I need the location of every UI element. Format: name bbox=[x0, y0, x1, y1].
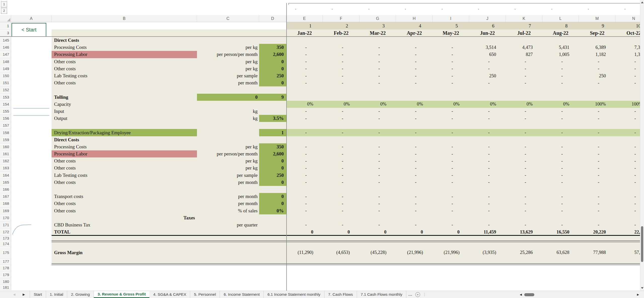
cell-L159[interactable] bbox=[542, 136, 579, 143]
cell-F150[interactable]: - bbox=[323, 72, 359, 79]
cell-E167[interactable]: - bbox=[286, 193, 323, 200]
cell-L169[interactable]: - bbox=[542, 207, 579, 214]
cell-F148[interactable]: - bbox=[323, 58, 359, 65]
cell-A147[interactable] bbox=[11, 51, 52, 58]
cell-H164[interactable]: - bbox=[396, 172, 432, 179]
cell-E154[interactable]: 0% bbox=[286, 101, 323, 108]
cell-A163[interactable] bbox=[11, 164, 52, 172]
cell-E151[interactable]: - bbox=[286, 79, 323, 86]
cell-N165[interactable]: - bbox=[616, 179, 644, 186]
cell-C175[interactable] bbox=[197, 247, 259, 258]
cell-L171[interactable]: - bbox=[542, 221, 579, 228]
row-header-163[interactable]: 163 bbox=[0, 164, 11, 172]
cell-I166[interactable] bbox=[433, 186, 469, 193]
row-header-145[interactable]: 145 bbox=[0, 37, 11, 44]
cell-G145[interactable] bbox=[359, 37, 396, 44]
cell-N147[interactable]: 1,35 bbox=[616, 51, 644, 58]
cell-N169[interactable]: - bbox=[616, 207, 644, 214]
cell-M166[interactable] bbox=[579, 186, 615, 193]
cell-N162[interactable]: - bbox=[616, 157, 644, 164]
cell-H150[interactable]: - bbox=[396, 72, 432, 79]
row-header-162[interactable]: 162 bbox=[0, 157, 11, 164]
cell-M3[interactable]: Sep-22 bbox=[579, 29, 615, 37]
cell-K3[interactable]: Jul-22 bbox=[506, 29, 542, 37]
cell-E149[interactable]: - bbox=[286, 65, 323, 72]
cell-B150[interactable]: Lab Testing costs bbox=[52, 72, 197, 79]
cell-J162[interactable]: - bbox=[469, 157, 506, 164]
cell-F155[interactable]: - bbox=[323, 108, 359, 115]
cell-E173[interactable] bbox=[286, 236, 323, 241]
cell-B1[interactable] bbox=[52, 22, 197, 29]
cell-K158[interactable]: - bbox=[506, 129, 542, 136]
cell-K148[interactable]: - bbox=[506, 58, 542, 65]
cell-A156[interactable] bbox=[11, 115, 52, 122]
cell-M1[interactable]: 9 bbox=[579, 22, 615, 29]
tab-5-personnel[interactable]: 5. Personnel bbox=[190, 291, 220, 298]
cell-G157[interactable] bbox=[359, 122, 396, 129]
cell-J3[interactable]: Jun-22 bbox=[469, 29, 506, 37]
cell-J165[interactable]: - bbox=[469, 179, 506, 186]
cell-F169[interactable]: - bbox=[323, 207, 359, 214]
row-header-181[interactable]: 181 bbox=[0, 285, 11, 290]
cell-H157[interactable] bbox=[396, 122, 432, 129]
cell-K155[interactable]: - bbox=[506, 108, 542, 115]
cell-F167[interactable]: - bbox=[323, 193, 359, 200]
cell-I175[interactable]: (21,996) bbox=[433, 247, 469, 258]
cell-C162[interactable]: per kg bbox=[197, 157, 259, 164]
row-header-168[interactable]: 168 bbox=[0, 200, 11, 207]
cell-K145[interactable] bbox=[506, 37, 542, 44]
cell-G165[interactable]: - bbox=[359, 179, 396, 186]
cell-F163[interactable]: - bbox=[323, 164, 359, 172]
cell-G151[interactable]: - bbox=[359, 79, 396, 86]
cell-E175[interactable]: (11,290) bbox=[286, 247, 323, 258]
cell-I147[interactable]: - bbox=[433, 51, 469, 58]
row-header-158[interactable]: 158 bbox=[0, 129, 11, 136]
row-header-172[interactable]: 172 bbox=[0, 228, 11, 236]
cell-K169[interactable]: - bbox=[506, 207, 542, 214]
cell-F178[interactable] bbox=[323, 264, 359, 271]
cell-I157[interactable] bbox=[433, 122, 469, 129]
cell-H167[interactable]: - bbox=[396, 193, 432, 200]
cell-J171[interactable]: - bbox=[469, 221, 506, 228]
vertical-scrollbar[interactable] bbox=[640, 0, 644, 291]
cell-I161[interactable]: - bbox=[433, 150, 469, 157]
row-header-153[interactable]: 153 bbox=[0, 94, 11, 101]
cell-I155[interactable]: - bbox=[433, 108, 469, 115]
cell-J168[interactable]: - bbox=[469, 200, 506, 207]
cell-I149[interactable]: - bbox=[433, 65, 469, 72]
cell-L173[interactable] bbox=[542, 236, 579, 241]
cell-F1[interactable]: 2 bbox=[323, 22, 359, 29]
cell-A179[interactable] bbox=[11, 271, 52, 278]
cell-I146[interactable]: - bbox=[433, 44, 469, 51]
cell-F154[interactable]: 0% bbox=[323, 101, 359, 108]
column-header-D[interactable]: D bbox=[259, 15, 286, 22]
row-header-177[interactable]: 177 bbox=[0, 258, 11, 264]
cell-M167[interactable]: - bbox=[579, 193, 615, 200]
cell-H169[interactable]: - bbox=[396, 207, 432, 214]
cell-H149[interactable]: - bbox=[396, 65, 432, 72]
cell-N154[interactable]: 100% bbox=[616, 101, 644, 108]
cell-H3[interactable]: Apr-22 bbox=[396, 29, 432, 37]
cell-J180[interactable] bbox=[469, 278, 506, 285]
cell-K159[interactable] bbox=[506, 136, 542, 143]
tab-start[interactable]: Start bbox=[30, 291, 46, 298]
cell-C164[interactable]: per sample bbox=[197, 172, 259, 179]
cell-E162[interactable]: - bbox=[286, 157, 323, 164]
cell-L165[interactable]: - bbox=[542, 179, 579, 186]
cell-B181[interactable] bbox=[52, 285, 197, 290]
cell-N157[interactable] bbox=[616, 122, 644, 129]
cell-C161[interactable]: per person/per month bbox=[197, 150, 259, 157]
cell-G166[interactable] bbox=[359, 186, 396, 193]
cell-H172[interactable]: 0 bbox=[396, 228, 432, 236]
cell-N178[interactable] bbox=[616, 264, 644, 271]
cell-I178[interactable] bbox=[433, 264, 469, 271]
cell-K167[interactable]: - bbox=[506, 193, 542, 200]
cell-H179[interactable] bbox=[396, 271, 432, 278]
cell-A173[interactable] bbox=[11, 236, 52, 241]
cell-F156[interactable]: - bbox=[323, 115, 359, 122]
cell-B158[interactable]: Drying/Extraction/Packaging Employee bbox=[52, 129, 197, 136]
column-header-E[interactable]: E bbox=[286, 15, 323, 22]
cell-B171[interactable]: CBD Business Tax bbox=[52, 221, 197, 228]
cell-J148[interactable]: - bbox=[469, 58, 506, 65]
row-header-173[interactable]: 173 bbox=[0, 236, 11, 241]
